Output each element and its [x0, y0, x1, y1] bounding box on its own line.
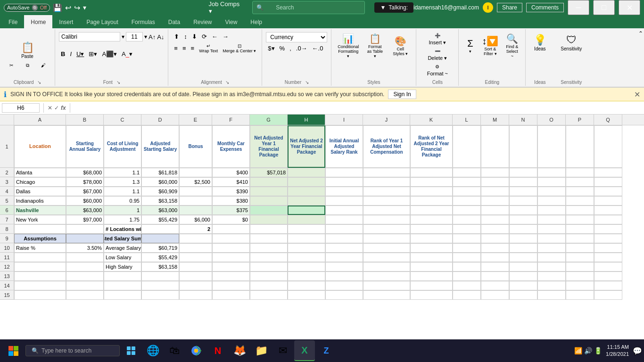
cell-p15[interactable] [566, 290, 594, 300]
cell-l6[interactable] [453, 206, 481, 215]
col-header-h[interactable]: H [288, 115, 325, 125]
ideas-button[interactable]: 💡 Ideas [529, 32, 550, 53]
cell-i13[interactable] [325, 272, 363, 281]
cell-b5[interactable]: $60,000 [66, 196, 104, 206]
cell-p4[interactable] [566, 187, 594, 196]
cell-q12[interactable] [594, 262, 622, 272]
cell-e5[interactable] [179, 196, 212, 206]
format-as-table-button[interactable]: 📋 Format as Table ▾ [363, 32, 387, 59]
col-header-p[interactable]: P [566, 115, 594, 125]
row-header-8[interactable]: 8 [0, 224, 14, 234]
cell-j7[interactable] [363, 215, 410, 224]
row-header-10[interactable]: 10 [0, 243, 14, 253]
cell-c5[interactable]: 0.95 [104, 196, 141, 206]
cell-q14[interactable] [594, 281, 622, 290]
cell-g4[interactable] [250, 187, 288, 196]
battery-icon[interactable]: 🔋 [594, 347, 602, 354]
cell-j10[interactable] [363, 243, 410, 253]
cell-b12[interactable] [66, 262, 104, 272]
col-header-m[interactable]: M [481, 115, 509, 125]
cell-m9[interactable] [481, 234, 509, 243]
cell-i3[interactable] [325, 177, 363, 187]
cell-f6[interactable]: $375 [212, 206, 250, 215]
format-painter-button[interactable]: 🖌 [36, 62, 51, 69]
cell-m7[interactable] [481, 215, 509, 224]
format-button[interactable]: ⚙ Format ~ [424, 63, 451, 77]
cell-n13[interactable] [509, 272, 537, 281]
cell-b6[interactable]: $63,000 [66, 206, 104, 215]
comma-button[interactable]: , [288, 44, 293, 53]
cell-f10[interactable] [212, 243, 250, 253]
cell-k4[interactable] [410, 187, 453, 196]
cell-l10[interactable] [453, 243, 481, 253]
cell-c6[interactable]: 1 [104, 206, 141, 215]
tab-page-layout[interactable]: Page Layout [80, 15, 124, 28]
cell-j1[interactable]: Rank of Year 1 Adjusted Net Compensation [363, 125, 410, 168]
cell-j14[interactable] [363, 281, 410, 290]
cell-j2[interactable] [363, 168, 410, 177]
cell-k5[interactable] [410, 196, 453, 206]
corner-cell[interactable] [0, 115, 14, 125]
cell-e6[interactable] [179, 206, 212, 215]
cell-i1[interactable]: Initial Annual Adjusted Salary Rank [325, 125, 363, 168]
cell-q9[interactable] [594, 234, 622, 243]
row-header-3[interactable]: 3 [0, 177, 14, 187]
cell-m13[interactable] [481, 272, 509, 281]
cell-a15[interactable] [14, 290, 66, 300]
cell-k2[interactable] [410, 168, 453, 177]
align-left-button[interactable]: ≡ [172, 44, 180, 53]
cell-k11[interactable] [410, 253, 453, 262]
cell-p9[interactable] [566, 234, 594, 243]
text-direction-button[interactable]: ⟳ [200, 32, 209, 41]
tab-review[interactable]: Review [187, 15, 218, 28]
cell-k14[interactable] [410, 281, 453, 290]
cell-f1[interactable]: Monthly Car Expenses [212, 125, 250, 168]
undo-icon[interactable]: ↩ [65, 3, 71, 12]
cell-b14[interactable] [66, 281, 104, 290]
cell-c3[interactable]: 1.3 [104, 177, 141, 187]
cell-m8[interactable] [481, 224, 509, 234]
font-size-input[interactable] [126, 32, 143, 41]
conditional-formatting-button[interactable]: 📊 Conditional Formatting ▾ [335, 32, 361, 59]
cell-i9[interactable] [325, 234, 363, 243]
cancel-formula-icon[interactable]: ✕ [48, 105, 52, 111]
cell-i12[interactable] [325, 262, 363, 272]
decrease-decimal-button[interactable]: ←.0 [310, 44, 325, 53]
notification-button[interactable]: 💬 [633, 346, 642, 355]
cell-k15[interactable] [410, 290, 453, 300]
cell-f14[interactable] [212, 281, 250, 290]
cell-l13[interactable] [453, 272, 481, 281]
cell-b10[interactable]: 3.50% [66, 243, 104, 253]
font-color-button[interactable]: A_▾ [120, 49, 134, 58]
cell-d12[interactable]: $63,158 [141, 262, 179, 272]
cell-o7[interactable] [537, 215, 566, 224]
cell-h3[interactable] [288, 177, 325, 187]
dollar-button[interactable]: $▾ [266, 44, 276, 53]
cell-f15[interactable] [212, 290, 250, 300]
cell-e9[interactable] [179, 234, 212, 243]
cell-k3[interactable] [410, 177, 453, 187]
cell-e7[interactable]: $6,000 [179, 215, 212, 224]
cell-n12[interactable] [509, 262, 537, 272]
tab-insert[interactable]: Insert [52, 15, 80, 28]
cell-b4[interactable]: $67,000 [66, 187, 104, 196]
cell-n9[interactable] [509, 234, 537, 243]
cut-button[interactable]: ✂ [4, 62, 19, 69]
insert-function-icon[interactable]: fx [61, 105, 66, 111]
tab-help[interactable]: Help [244, 15, 269, 28]
formula-input[interactable] [74, 104, 642, 112]
cell-q8[interactable] [594, 224, 622, 234]
col-header-e[interactable]: E [179, 115, 212, 125]
row-header-7[interactable]: 7 [0, 215, 14, 224]
cell-h2[interactable] [288, 168, 325, 177]
row-header-13[interactable]: 13 [0, 272, 14, 281]
cell-q6[interactable] [594, 206, 622, 215]
cell-o8[interactable] [537, 224, 566, 234]
cell-o5[interactable] [537, 196, 566, 206]
insert-button[interactable]: ➕ Insert ▾ [424, 32, 451, 47]
info-close-button[interactable]: ✕ [634, 90, 640, 99]
cell-o11[interactable] [537, 253, 566, 262]
cell-g8[interactable] [250, 224, 288, 234]
cell-d8[interactable] [141, 224, 179, 234]
cell-l7[interactable] [453, 215, 481, 224]
